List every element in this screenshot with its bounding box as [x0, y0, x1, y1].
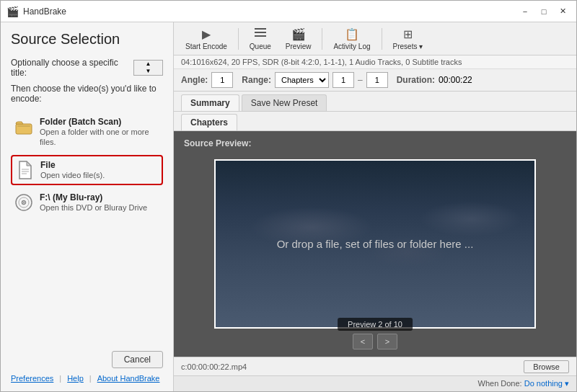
range-select[interactable]: Chapters [275, 72, 329, 88]
preview-icon: 🎬 [291, 27, 306, 41]
presets-button[interactable]: ⊞ Presets ▾ [387, 25, 429, 53]
start-encode-icon: ▶ [202, 27, 211, 41]
preview-area-label: Source Preview: [184, 138, 251, 148]
file-option-title: File [40, 160, 105, 170]
title-option-label: Optionally choose a specific title: [11, 58, 128, 78]
title-option-row: Optionally choose a specific title: ▲ ▼ [11, 58, 163, 78]
activity-log-label: Activity Log [333, 43, 370, 50]
when-done-value[interactable]: Do nothing ▾ [524, 379, 569, 388]
svg-point-8 [23, 202, 25, 203]
preview-nav: < > [353, 334, 397, 349]
preview-counter: Preview 2 of 10 [338, 318, 413, 331]
disc-icon [15, 192, 32, 213]
tabs-row: Summary Save New Preset [174, 92, 576, 112]
when-done-field: When Done: Do nothing ▾ [478, 379, 569, 388]
presets-label: Presets ▾ [393, 43, 423, 50]
presets-icon: ⊞ [403, 27, 413, 41]
range-end-input[interactable] [366, 72, 388, 88]
source-option-bluray[interactable]: F:\ (My Blu-ray) Open this DVD or Bluray… [11, 188, 163, 217]
activity-log-icon: 📋 [345, 27, 359, 41]
angle-field: Angle: [181, 72, 233, 88]
svg-rect-9 [255, 28, 266, 30]
queue-icon [254, 27, 267, 41]
source-option-folder[interactable]: Folder (Batch Scan) Open a folder with o… [11, 112, 163, 152]
toolbar-separator-2 [322, 28, 322, 50]
toolbar: ▶ Start Encode Queue 🎬 [174, 22, 576, 55]
window-title: HandBrake [23, 6, 66, 17]
toolbar-separator-1 [238, 28, 239, 50]
source-options-list: Folder (Batch Scan) Open a folder with o… [11, 112, 163, 344]
cancel-area: Cancel [11, 344, 163, 368]
file-option-text: File Open video file(s). [40, 160, 105, 180]
title-spinner[interactable]: ▲ ▼ [133, 60, 163, 76]
file-option-desc: Open video file(s). [40, 170, 105, 180]
start-encode-label: Start Encode [185, 43, 227, 50]
about-link[interactable]: About HandBrake [97, 374, 160, 383]
spinner-up-button[interactable]: ▲ [134, 61, 162, 68]
angle-input[interactable] [211, 72, 233, 88]
preview-label: Preview [286, 43, 312, 50]
main-panel: ▶ Start Encode Queue 🎬 [174, 22, 576, 391]
angle-label: Angle: [181, 75, 208, 85]
preview-prev-button[interactable]: < [353, 334, 373, 349]
maximize-button[interactable]: □ [536, 4, 552, 19]
status-bar: c:00:00:00:22.mp4 Browse [174, 357, 576, 375]
close-button[interactable]: ✕ [555, 4, 571, 19]
minimize-button[interactable]: − [517, 4, 533, 19]
range-separator: – [358, 75, 363, 85]
source-selection-panel: Source Selection Optionally choose a spe… [1, 22, 174, 391]
main-window: 🎬 HandBrake − □ ✕ Source Selection Optio… [0, 0, 577, 392]
duration-value: 00:00:22 [439, 75, 472, 85]
queue-button[interactable]: Queue [244, 24, 277, 53]
folder-option-title: Folder (Batch Scan) [40, 117, 159, 127]
app-icon: 🎬 [6, 6, 19, 17]
tab-chapters[interactable]: Chapters [181, 114, 237, 130]
bluray-option-desc: Open this DVD or Bluray Drive [40, 202, 147, 213]
title-bar: 🎬 HandBrake − □ ✕ [1, 1, 576, 22]
folder-option-text: Folder (Batch Scan) Open a folder with o… [40, 117, 159, 148]
preview-image-area[interactable]: Or drop a file, set of files or folder h… [214, 159, 536, 329]
encode-label: Then choose the video(s) you'd like to e… [11, 84, 163, 104]
range-field: Range: Chapters – [242, 72, 387, 88]
settings-bar: Angle: Range: Chapters – Duration: 00:00… [174, 69, 576, 92]
app-body: Source Selection Optionally choose a spe… [1, 22, 576, 391]
info-bar: 04:1016x624, 20 FPS, SDR (8-bit 4:2:0, 1… [174, 55, 576, 69]
file-icon [16, 160, 33, 180]
activity-log-button[interactable]: 📋 Activity Log [327, 25, 376, 53]
bluray-option-text: F:\ (My Blu-ray) Open this DVD or Bluray… [40, 192, 147, 213]
svg-rect-11 [255, 35, 266, 37]
range-label: Range: [242, 75, 271, 85]
preview-next-button[interactable]: > [377, 334, 397, 349]
title-bar-left: 🎬 HandBrake [6, 6, 66, 17]
help-link[interactable]: Help [67, 374, 84, 383]
bluray-option-title: F:\ (My Blu-ray) [40, 192, 147, 202]
folder-icon [15, 117, 32, 137]
preview-button[interactable]: 🎬 Preview [280, 25, 317, 53]
preview-area: Source Preview: Or drop a file, set of f… [174, 131, 576, 357]
footer-links: Preferences | Help | About HandBrake [11, 368, 163, 383]
tab-new-preset[interactable]: Save New Preset [242, 94, 327, 111]
drop-text: Or drop a file, set of files or folder h… [270, 231, 481, 257]
title-bar-controls: − □ ✕ [517, 4, 571, 19]
folder-option-desc: Open a folder with one or more files. [40, 127, 159, 148]
source-option-file[interactable]: File Open video file(s). [11, 155, 163, 185]
start-encode-button[interactable]: ▶ Start Encode [180, 25, 233, 53]
browse-button[interactable]: Browse [524, 360, 569, 373]
sub-tabs-row: Chapters [174, 112, 576, 131]
duration-field: Duration: 00:00:22 [397, 75, 472, 85]
app-status-bar: When Done: Do nothing ▾ [174, 375, 576, 391]
toolbar-separator-3 [382, 28, 382, 50]
svg-rect-1 [17, 125, 30, 127]
duration-label: Duration: [397, 75, 435, 85]
range-start-input[interactable] [332, 72, 354, 88]
file-path-text: c:00:00:00:22.mp4 [181, 362, 247, 371]
queue-label: Queue [250, 43, 271, 50]
preferences-link[interactable]: Preferences [11, 374, 53, 383]
cancel-button[interactable]: Cancel [112, 351, 163, 368]
when-done-label: When Done: [478, 379, 522, 388]
svg-rect-10 [255, 32, 266, 33]
info-bar-text: 04:1016x624, 20 FPS, SDR (8-bit 4:2:0, 1… [181, 58, 462, 66]
spinner-down-button[interactable]: ▼ [134, 68, 162, 75]
source-selection-title: Source Selection [11, 31, 163, 48]
tab-summary[interactable]: Summary [181, 94, 239, 111]
